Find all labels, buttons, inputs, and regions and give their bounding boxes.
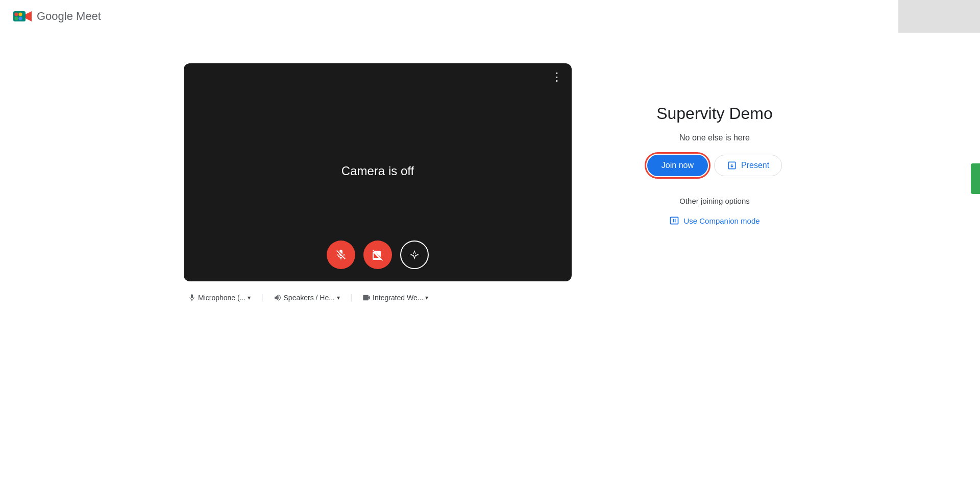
green-edge-element <box>971 163 980 194</box>
meeting-title: Supervity Demo <box>656 104 773 123</box>
camera-off-icon <box>372 249 384 261</box>
svg-point-5 <box>15 17 18 20</box>
companion-mode-icon <box>669 215 679 226</box>
companion-mode-label: Use Companion mode <box>683 217 760 225</box>
microphone-device-icon <box>188 294 196 302</box>
microphone-selector[interactable]: Microphone (... ▾ <box>184 292 255 304</box>
present-label: Present <box>741 161 769 170</box>
app-name: Google Meet <box>37 10 101 23</box>
no-one-here-text: No one else is here <box>679 133 750 142</box>
header-right-area <box>898 0 980 33</box>
camera-toggle-button[interactable] <box>363 240 392 269</box>
camera-selector[interactable]: Integrated We... ▾ <box>358 292 432 304</box>
header: Google Meet <box>0 0 980 33</box>
effects-button[interactable] <box>400 240 429 269</box>
separator-1: | <box>261 293 263 302</box>
microphone-chevron-icon: ▾ <box>248 294 251 301</box>
microphone-label: Microphone (... <box>198 294 246 302</box>
speakers-device-icon <box>274 294 282 302</box>
camera-device-icon <box>362 294 371 302</box>
present-button[interactable]: Present <box>714 155 782 176</box>
join-buttons-row: Join now Present <box>647 155 782 176</box>
svg-point-4 <box>19 13 22 16</box>
separator-2: | <box>350 293 352 302</box>
logo-area: Google Meet <box>12 6 101 27</box>
more-options-button[interactable]: ⋮ <box>551 71 564 83</box>
present-icon <box>727 160 737 171</box>
speakers-label: Speakers / He... <box>284 294 335 302</box>
main-content: ⋮ Camera is off <box>0 33 980 481</box>
device-bar: Microphone (... ▾ | Speakers / He... ▾ |… <box>184 292 572 304</box>
other-joining-options-label: Other joining options <box>679 197 750 205</box>
right-panel: Supervity Demo No one else is here Join … <box>633 63 796 226</box>
camera-off-label: Camera is off <box>341 164 414 178</box>
companion-mode-link[interactable]: Use Companion mode <box>669 215 760 226</box>
google-meet-logo-icon <box>12 6 33 27</box>
video-controls <box>327 240 429 269</box>
camera-chevron-icon: ▾ <box>425 294 428 301</box>
left-panel: ⋮ Camera is off <box>184 63 572 304</box>
speakers-chevron-icon: ▾ <box>337 294 340 301</box>
video-preview: ⋮ Camera is off <box>184 63 572 281</box>
sparkle-icon <box>409 249 420 260</box>
camera-label: Integrated We... <box>373 294 423 302</box>
mic-off-icon <box>335 249 347 261</box>
svg-point-6 <box>19 17 22 20</box>
speakers-selector[interactable]: Speakers / He... ▾ <box>270 292 344 304</box>
svg-point-3 <box>15 13 18 16</box>
microphone-toggle-button[interactable] <box>327 240 355 269</box>
svg-rect-1 <box>13 11 26 21</box>
join-now-button[interactable]: Join now <box>647 155 708 176</box>
